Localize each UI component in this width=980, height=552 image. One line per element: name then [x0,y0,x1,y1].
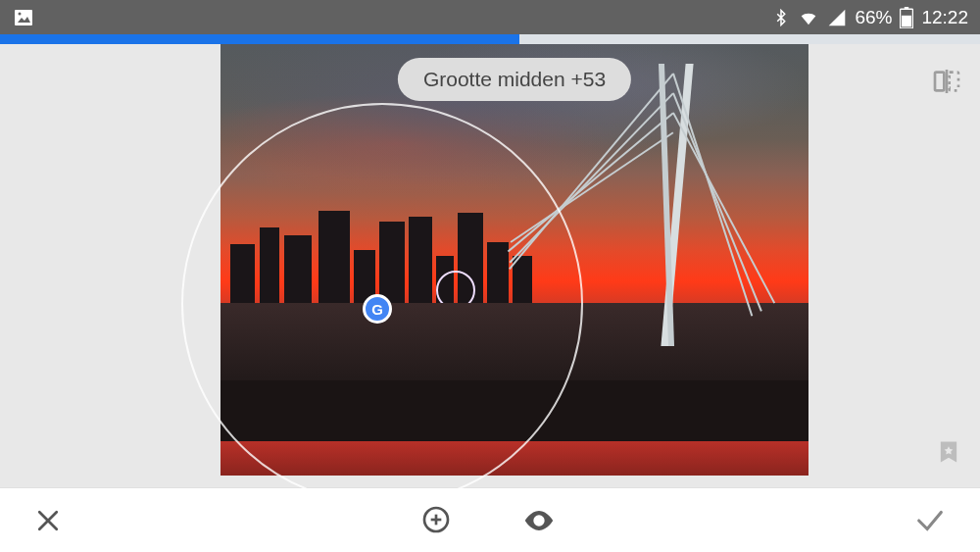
preview-button[interactable] [516,498,562,543]
photo-container[interactable]: G Grootte midden +53 [220,44,808,476]
cell-signal-icon [827,8,847,27]
battery-icon [900,7,913,28]
confirm-button[interactable] [907,498,953,543]
adjustment-progress-fill [0,34,519,44]
compare-button[interactable] [931,66,962,101]
add-button[interactable] [415,498,458,543]
pictures-icon [12,6,35,29]
adjustment-progress[interactable] [0,34,980,44]
android-statusbar: 66% 12:22 [0,0,980,34]
svg-rect-8 [950,73,958,91]
svg-rect-4 [905,7,908,9]
svg-point-2 [19,12,22,15]
bluetooth-icon [772,9,790,26]
vignette-center-handle[interactable]: G [363,294,392,324]
svg-rect-5 [903,15,912,26]
adjustment-tooltip-text: Grootte midden +53 [423,68,606,90]
adjustment-tooltip: Grootte midden +53 [398,58,631,101]
editor-canvas[interactable]: G Grootte midden +53 [0,44,980,487]
bottom-toolbar [0,487,980,552]
cancel-button[interactable] [27,500,69,541]
wifi-icon [798,7,819,28]
battery-percent: 66% [855,7,892,28]
svg-rect-0 [15,10,32,25]
bookmark-icon[interactable] [935,438,962,470]
svg-point-14 [536,518,542,524]
clock: 12:22 [921,7,968,28]
vignette-center-label: G [371,301,383,318]
svg-rect-6 [935,73,944,91]
